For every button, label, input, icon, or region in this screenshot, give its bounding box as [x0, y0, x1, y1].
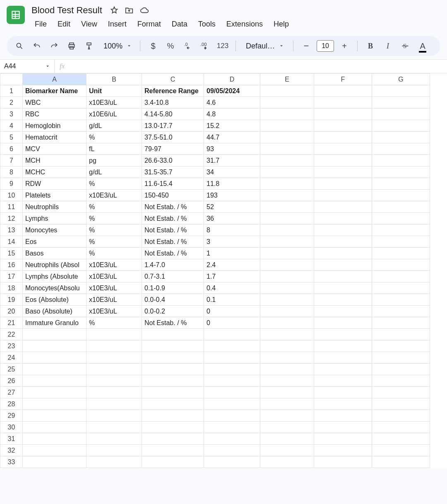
cell[interactable]: [260, 294, 314, 306]
cell[interactable]: [87, 410, 142, 422]
star-icon[interactable]: [110, 6, 119, 15]
cell[interactable]: [260, 410, 314, 422]
cell[interactable]: [314, 340, 372, 352]
cell[interactable]: [314, 329, 372, 340]
cell[interactable]: Not Estab. / %: [142, 248, 204, 259]
cell[interactable]: [23, 387, 87, 398]
cell[interactable]: 0: [204, 317, 260, 329]
cell[interactable]: Eos (Absolute): [23, 294, 87, 306]
row-header[interactable]: 1: [0, 85, 23, 97]
cell[interactable]: [372, 387, 430, 398]
cell[interactable]: [260, 306, 314, 317]
cell[interactable]: [314, 364, 372, 375]
cell[interactable]: [372, 352, 430, 364]
row-header[interactable]: 13: [0, 224, 23, 236]
cell[interactable]: pg: [87, 155, 142, 166]
cell[interactable]: Not Estab. / %: [142, 213, 204, 224]
cell[interactable]: [142, 445, 204, 456]
cell[interactable]: [260, 340, 314, 352]
cell[interactable]: [314, 375, 372, 387]
cell[interactable]: Lymphs: [23, 213, 87, 224]
cell[interactable]: [314, 306, 372, 317]
cell[interactable]: 0: [204, 306, 260, 317]
cell[interactable]: [372, 433, 430, 445]
cell[interactable]: [314, 109, 372, 120]
cell[interactable]: 1.4-7.0: [142, 259, 204, 271]
decrease-font-size-icon[interactable]: −: [299, 39, 313, 53]
cell[interactable]: Biomarker Name: [23, 85, 87, 97]
cell[interactable]: 37.5-51.0: [142, 132, 204, 143]
cell[interactable]: [87, 398, 142, 410]
cell[interactable]: [23, 340, 87, 352]
cell[interactable]: [87, 445, 142, 456]
cell[interactable]: [314, 97, 372, 109]
cell[interactable]: RDW: [23, 178, 87, 190]
cell[interactable]: [314, 143, 372, 155]
cell[interactable]: [372, 248, 430, 259]
cell[interactable]: [204, 433, 260, 445]
cell[interactable]: 1: [204, 248, 260, 259]
cell[interactable]: [204, 456, 260, 468]
cell[interactable]: [372, 422, 430, 433]
cell[interactable]: Reference Range: [142, 85, 204, 97]
cell[interactable]: 11.6-15.4: [142, 178, 204, 190]
cell[interactable]: [142, 340, 204, 352]
cell[interactable]: [260, 282, 314, 294]
row-header[interactable]: 19: [0, 294, 23, 306]
search-icon[interactable]: [12, 39, 26, 53]
increase-decimal-icon[interactable]: .00: [198, 39, 212, 53]
cell[interactable]: [204, 387, 260, 398]
cell[interactable]: [142, 398, 204, 410]
row-header[interactable]: 33: [0, 456, 23, 468]
column-header-B[interactable]: B: [87, 74, 142, 85]
cell[interactable]: [23, 433, 87, 445]
cell[interactable]: Unit: [87, 85, 142, 97]
cell[interactable]: [314, 155, 372, 166]
cell[interactable]: [372, 410, 430, 422]
cell[interactable]: [372, 259, 430, 271]
row-header[interactable]: 25: [0, 364, 23, 375]
row-header[interactable]: 27: [0, 387, 23, 398]
cell[interactable]: %: [87, 224, 142, 236]
row-header[interactable]: 5: [0, 132, 23, 143]
cell[interactable]: Neutrophils: [23, 201, 87, 213]
cell[interactable]: [314, 120, 372, 132]
strikethrough-icon[interactable]: S: [398, 39, 412, 53]
cell[interactable]: %: [87, 213, 142, 224]
row-header[interactable]: 21: [0, 317, 23, 329]
cell[interactable]: Monocytes(Absolu: [23, 282, 87, 294]
cell[interactable]: WBC: [23, 97, 87, 109]
cell[interactable]: [142, 352, 204, 364]
cell[interactable]: 0.7-3.1: [142, 271, 204, 282]
cell[interactable]: 0.0-0.4: [142, 294, 204, 306]
cell[interactable]: [204, 445, 260, 456]
cell[interactable]: [260, 259, 314, 271]
cell[interactable]: 8: [204, 224, 260, 236]
cell[interactable]: [204, 364, 260, 375]
cell[interactable]: [314, 445, 372, 456]
cell[interactable]: Not Estab. / %: [142, 224, 204, 236]
cell[interactable]: [23, 410, 87, 422]
cell[interactable]: [372, 120, 430, 132]
cell[interactable]: [142, 364, 204, 375]
cell[interactable]: MCV: [23, 143, 87, 155]
cell[interactable]: [314, 282, 372, 294]
row-header[interactable]: 14: [0, 236, 23, 248]
cell[interactable]: [204, 352, 260, 364]
name-box[interactable]: A44: [0, 60, 55, 73]
italic-icon[interactable]: I: [381, 39, 395, 53]
cell[interactable]: [372, 143, 430, 155]
formula-bar-input[interactable]: [70, 60, 447, 73]
cell[interactable]: [372, 329, 430, 340]
cell[interactable]: Hemoglobin: [23, 120, 87, 132]
cell[interactable]: 44.7: [204, 132, 260, 143]
cell[interactable]: [23, 398, 87, 410]
row-header[interactable]: 18: [0, 282, 23, 294]
text-color-icon[interactable]: A: [416, 39, 430, 53]
row-header[interactable]: 29: [0, 410, 23, 422]
cell[interactable]: MCH: [23, 155, 87, 166]
cell[interactable]: x10E3/uL: [87, 306, 142, 317]
cell[interactable]: [260, 201, 314, 213]
cell[interactable]: [314, 190, 372, 201]
cell[interactable]: [260, 143, 314, 155]
